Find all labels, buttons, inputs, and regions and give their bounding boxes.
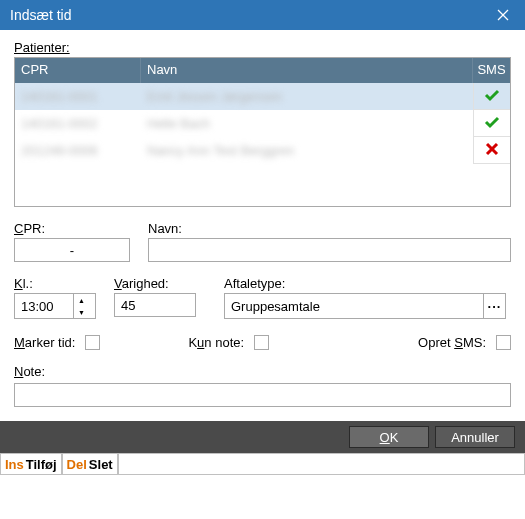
ok-button[interactable]: OK bbox=[349, 426, 429, 448]
table-row[interactable]: 140161-0001 Emil Jessen Jørgensen bbox=[15, 83, 510, 110]
status-bar: Ins Tilføj Del Slet bbox=[0, 453, 525, 475]
marker-checkbox[interactable] bbox=[85, 335, 100, 350]
close-icon bbox=[497, 9, 509, 21]
navn-input bbox=[148, 238, 511, 262]
spin-up[interactable]: ▲ bbox=[74, 294, 89, 306]
marker-label: Marker tid: bbox=[14, 335, 75, 350]
button-bar: OK Annuller bbox=[0, 421, 525, 453]
cell-sms bbox=[473, 83, 510, 110]
cpr-input[interactable] bbox=[14, 238, 130, 262]
cell-cpr: 201248-0006 bbox=[15, 143, 141, 158]
patient-grid[interactable]: CPR Navn SMS 140161-0001 Emil Jessen Jør… bbox=[14, 57, 511, 207]
kl-spinner[interactable]: ▲ ▼ bbox=[14, 293, 96, 319]
kl-input[interactable] bbox=[15, 294, 73, 318]
cell-sms bbox=[473, 137, 510, 164]
cell-navn: Helle Bach bbox=[141, 116, 473, 131]
opretsms-checkbox[interactable] bbox=[496, 335, 511, 350]
window-title: Indsæt tid bbox=[10, 7, 480, 23]
status-ins: Ins Tilføj bbox=[0, 454, 62, 475]
cell-navn: Nancy Ann Test Berggren bbox=[141, 143, 473, 158]
status-empty bbox=[118, 454, 525, 475]
spin-down[interactable]: ▼ bbox=[74, 306, 89, 318]
patienter-label: Patienter: bbox=[14, 40, 511, 55]
col-cpr[interactable]: CPR bbox=[15, 58, 141, 83]
col-sms[interactable]: SMS bbox=[473, 58, 510, 83]
cross-icon bbox=[485, 142, 499, 159]
varighed-label: Varighed: bbox=[114, 276, 224, 291]
cell-cpr: 140161-0001 bbox=[15, 89, 141, 104]
varighed-input[interactable] bbox=[114, 293, 196, 317]
navn-label: Navn: bbox=[148, 221, 511, 236]
ellipsis-button[interactable]: ··· bbox=[483, 294, 505, 318]
dialog-content: Patienter: CPR Navn SMS 140161-0001 Emil… bbox=[0, 30, 525, 407]
table-row[interactable]: 201248-0006 Nancy Ann Test Berggren bbox=[15, 137, 510, 164]
note-label: Note: bbox=[14, 364, 511, 379]
col-navn[interactable]: Navn bbox=[141, 58, 473, 83]
aftaletype-label: Aftaletype: bbox=[224, 276, 511, 291]
note-input[interactable] bbox=[14, 383, 511, 407]
grid-header: CPR Navn SMS bbox=[15, 58, 510, 83]
cell-navn: Emil Jessen Jørgensen bbox=[141, 89, 473, 104]
table-row[interactable]: 140161-0002 Helle Bach bbox=[15, 110, 510, 137]
cpr-label: CPR: bbox=[14, 221, 144, 236]
opretsms-label: Opret SMS: bbox=[418, 335, 486, 350]
kunnote-label: Kun note: bbox=[188, 335, 244, 350]
kl-label: Kl.: bbox=[14, 276, 114, 291]
close-button[interactable] bbox=[480, 0, 525, 30]
check-icon bbox=[484, 88, 500, 105]
aftaletype-input[interactable] bbox=[225, 294, 483, 318]
check-icon bbox=[484, 115, 500, 132]
cell-cpr: 140161-0002 bbox=[15, 116, 141, 131]
status-del: Del Slet bbox=[62, 454, 118, 475]
cell-sms bbox=[473, 110, 510, 137]
annuller-button[interactable]: Annuller bbox=[435, 426, 515, 448]
aftaletype-combo[interactable]: ··· bbox=[224, 293, 506, 319]
grid-body: 140161-0001 Emil Jessen Jørgensen 140161… bbox=[15, 83, 510, 164]
title-bar: Indsæt tid bbox=[0, 0, 525, 30]
kunnote-checkbox[interactable] bbox=[254, 335, 269, 350]
